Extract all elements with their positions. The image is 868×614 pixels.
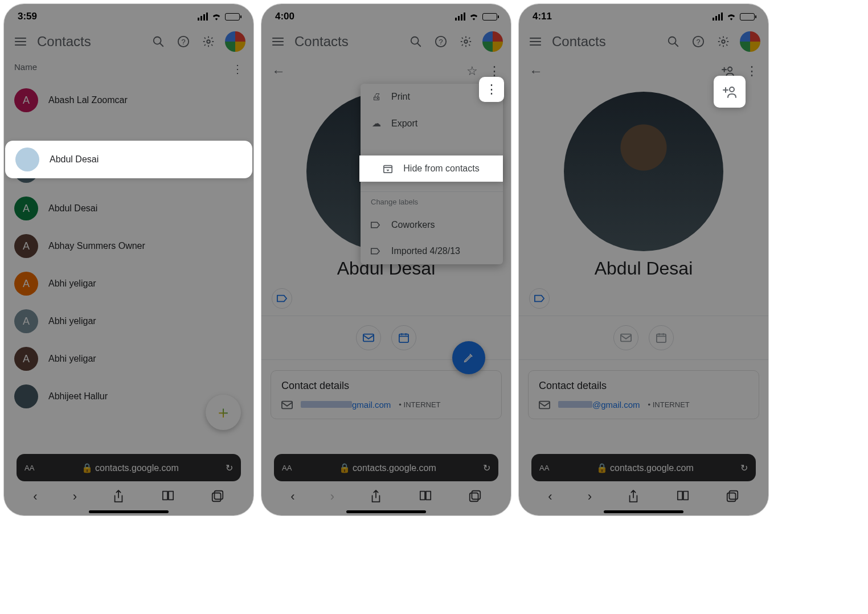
forward-icon[interactable]: › <box>588 489 592 504</box>
edit-fab[interactable] <box>452 341 485 374</box>
screen-1: 3:59 Contacts ? Name ⋮ A Abash Lal Zoomc… <box>3 3 254 516</box>
email-action-icon[interactable] <box>613 325 638 350</box>
email-action-icon[interactable] <box>356 325 381 350</box>
help-icon[interactable]: ? <box>690 33 707 50</box>
details-section-title: Contact details <box>539 380 748 392</box>
email-row[interactable]: @gmail.com • INTERNET <box>539 400 748 410</box>
menu-icon[interactable] <box>12 33 29 50</box>
contact-name: Abhi yeligar <box>48 354 96 364</box>
tabs-icon[interactable] <box>726 489 739 504</box>
address-bar[interactable]: AA 🔒 contacts.google.com ↻ <box>531 454 756 481</box>
contact-row[interactable]: A Abdul Desai <box>4 190 253 227</box>
contact-avatar <box>15 148 39 171</box>
email-row[interactable]: gmail.com • INTERNET <box>281 400 491 410</box>
email-value: @gmail.com <box>558 400 640 410</box>
back-icon[interactable]: ‹ <box>548 489 552 504</box>
text-size-button[interactable]: AA <box>24 464 34 472</box>
svg-point-27 <box>730 87 734 92</box>
text-size-button[interactable]: AA <box>539 464 549 472</box>
add-to-contacts-button-highlighted[interactable] <box>714 76 746 108</box>
svg-rect-5 <box>212 493 221 501</box>
more-menu-icon[interactable]: ⋮ <box>746 64 758 79</box>
menu-label-imported[interactable]: Imported 4/28/13 <box>361 238 503 264</box>
star-icon[interactable]: ☆ <box>466 64 478 79</box>
contact-row[interactable]: A Abhay Summers Owner <box>4 227 253 265</box>
url-text: contacts.google.com <box>95 463 179 473</box>
menu-label-coworkers[interactable]: Coworkers <box>361 212 503 238</box>
bookmarks-icon[interactable] <box>675 489 690 504</box>
settings-icon[interactable] <box>200 33 217 50</box>
page-title: Contacts <box>552 34 657 50</box>
svg-rect-24 <box>621 334 631 342</box>
forward-icon[interactable]: › <box>73 489 77 504</box>
contact-avatar: A <box>14 309 38 333</box>
contact-avatar: A <box>14 347 38 371</box>
contact-row[interactable]: A Abash Lal Zoomcar <box>4 81 253 119</box>
settings-icon[interactable] <box>457 33 474 50</box>
status-bar: 3:59 <box>4 4 253 27</box>
svg-rect-6 <box>214 491 223 500</box>
svg-rect-28 <box>727 493 736 501</box>
label-icon[interactable] <box>529 288 550 309</box>
wifi-icon <box>211 13 222 21</box>
search-icon[interactable] <box>407 33 424 50</box>
svg-rect-29 <box>729 491 738 500</box>
settings-icon[interactable] <box>715 33 732 50</box>
forward-icon[interactable]: › <box>330 489 334 504</box>
contact-name: Abhi yeligar <box>48 279 96 289</box>
reload-icon[interactable]: ↻ <box>226 462 233 473</box>
search-icon[interactable] <box>665 33 682 50</box>
svg-point-23 <box>728 67 732 71</box>
sort-menu-icon[interactable]: ⋮ <box>232 62 243 76</box>
back-icon[interactable]: ← <box>272 63 285 79</box>
text-size-button[interactable]: AA <box>282 464 292 472</box>
account-avatar[interactable] <box>740 31 760 52</box>
svg-rect-25 <box>657 334 666 342</box>
address-bar[interactable]: AA 🔒 contacts.google.com ↻ <box>17 454 241 481</box>
svg-rect-17 <box>472 491 480 500</box>
back-icon[interactable]: ‹ <box>290 489 294 504</box>
url-text: contacts.google.com <box>610 463 694 473</box>
more-menu-button-highlighted[interactable]: ⋮ <box>479 77 504 102</box>
menu-hide-highlighted[interactable]: Hide from contacts <box>359 155 503 182</box>
calendar-action-icon[interactable] <box>649 325 674 350</box>
svg-text:?: ? <box>696 38 700 46</box>
help-icon[interactable]: ? <box>175 33 192 50</box>
back-icon[interactable]: ← <box>529 63 543 79</box>
contact-row[interactable]: A Abhi yeligar <box>4 340 253 378</box>
details-section-title: Contact details <box>281 380 491 392</box>
account-avatar[interactable] <box>225 31 245 52</box>
add-contact-fab[interactable]: ＋ <box>206 395 241 430</box>
contact-display-name: Abdul Desai <box>519 258 768 279</box>
svg-rect-14 <box>282 401 292 408</box>
svg-rect-26 <box>539 401 550 408</box>
share-icon[interactable] <box>112 489 125 504</box>
contact-row-highlighted[interactable]: Abdul Desai <box>5 141 252 178</box>
add-to-contacts-icon[interactable] <box>720 66 735 77</box>
tabs-icon[interactable] <box>211 489 224 504</box>
tabs-icon[interactable] <box>468 489 482 504</box>
contact-row[interactable]: A Abhi yeligar <box>4 302 253 340</box>
share-icon[interactable] <box>370 489 382 504</box>
menu-icon[interactable] <box>269 33 286 50</box>
back-icon[interactable]: ‹ <box>33 489 37 504</box>
column-header-name: Name <box>14 62 37 76</box>
reload-icon[interactable]: ↻ <box>483 462 490 473</box>
help-icon[interactable]: ? <box>432 33 449 50</box>
account-avatar[interactable] <box>482 31 503 52</box>
reload-icon[interactable]: ↻ <box>740 462 748 473</box>
wifi-icon <box>726 13 736 21</box>
menu-export[interactable]: ☁Export <box>361 110 503 137</box>
bookmarks-icon[interactable] <box>161 489 175 504</box>
contact-row[interactable]: A Abhi yeligar <box>4 265 253 302</box>
email-icon <box>281 400 293 410</box>
calendar-action-icon[interactable] <box>391 325 416 350</box>
screen-3: 4:11 Contacts ? ← ⋮ Abdul Desai Contact … <box>518 3 769 516</box>
archive-icon <box>383 163 394 174</box>
search-icon[interactable] <box>150 33 167 50</box>
menu-icon[interactable] <box>527 33 544 50</box>
label-icon[interactable] <box>272 288 292 309</box>
share-icon[interactable] <box>627 489 640 504</box>
bookmarks-icon[interactable] <box>418 489 433 504</box>
address-bar[interactable]: AA 🔒 contacts.google.com ↻ <box>274 454 498 481</box>
